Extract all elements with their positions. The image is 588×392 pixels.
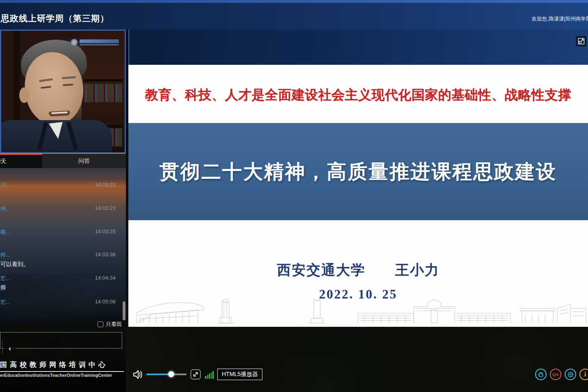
chat-username: 川... bbox=[0, 182, 10, 189]
slide-author: 西安交通大学 王小力 bbox=[128, 261, 588, 280]
chat-message-row: 南... 14:03:25 bbox=[0, 228, 123, 236]
presenter-ear bbox=[19, 87, 29, 103]
presenter-video bbox=[0, 30, 126, 154]
tab-qa[interactable]: 问答 bbox=[42, 154, 126, 168]
chat-input[interactable] bbox=[0, 332, 122, 349]
info-icon[interactable]: i bbox=[579, 369, 588, 380]
chat-message-row: 艺... 14:05:08 bbox=[0, 299, 123, 306]
slide-header-band bbox=[128, 30, 588, 65]
chat-message-row: 川... 14:03:22 bbox=[0, 182, 123, 189]
slide-banner: 贯彻二十大精神，高质量推进课程思政建设 bbox=[128, 123, 588, 220]
chat-message-row: 师... 14:03:38 bbox=[0, 251, 123, 259]
chat-timestamp: 14:03:38 bbox=[95, 251, 116, 258]
slide-main-title: 贯彻二十大精神，高质量推进课程思政建设 bbox=[160, 159, 557, 185]
chat-scrollbar[interactable] bbox=[123, 301, 125, 320]
tab-chat-label: 聊天 bbox=[0, 158, 7, 165]
top-bar: 思政线上研学周（第三期） 欢迎您,路潇潇[郑州商学院 bbox=[0, 0, 588, 30]
settings-gear-icon[interactable] bbox=[565, 369, 576, 380]
volume-slider-handle[interactable] bbox=[168, 371, 174, 377]
chat-message-text: 师 bbox=[0, 284, 6, 292]
chat-timestamp: 14:03:22 bbox=[95, 182, 116, 188]
chat-username: 南... bbox=[0, 228, 10, 236]
network-signal-icon bbox=[205, 371, 214, 379]
chat-message-row: 州... 14:03:23 bbox=[0, 205, 123, 212]
tab-chat[interactable]: 聊天 bbox=[0, 154, 42, 168]
chat-username: 艺... bbox=[0, 299, 10, 306]
watermark-text-blur bbox=[80, 39, 119, 46]
sidebar-tabbar: 聊天 问答 bbox=[0, 154, 126, 168]
info-icon-label: i bbox=[584, 370, 586, 378]
qa-icon-label: QA bbox=[552, 372, 558, 377]
chat-timestamp: 14:04:34 bbox=[95, 275, 116, 281]
raise-hand-icon[interactable] bbox=[535, 369, 547, 380]
campus-buildings-sketch bbox=[128, 299, 588, 327]
logo-chinese-text: 国高校教师网络培训中心 bbox=[0, 360, 124, 372]
presentation-slide: 教育、科技、人才是全面建设社会主义现代化国家的基础性、战略性支撑 贯彻二十大精神… bbox=[128, 65, 588, 327]
tab-qa-label: 问答 bbox=[78, 157, 90, 165]
divider bbox=[2, 340, 2, 353]
fullscreen-icon[interactable] bbox=[576, 36, 586, 46]
training-center-logo: 国高校教师网络培训中心 erEducationInstitutionsTeach… bbox=[0, 360, 124, 378]
main-area: 教育、科技、人才是全面建设社会主义现代化国家的基础性、战略性支撑 贯彻二十大精神… bbox=[128, 30, 588, 392]
chat-message-row: 艺... 14:04:34 bbox=[0, 275, 123, 282]
chat-timestamp: 14:03:25 bbox=[95, 228, 116, 235]
collapse-sidebar-button[interactable]: ‹ bbox=[4, 343, 16, 354]
app-root: 思政线上研学周（第三期） 欢迎您,路潇潇[郑州商学院 bbox=[0, 0, 588, 392]
chat-username: 师... bbox=[0, 251, 10, 259]
chat-username: 艺... bbox=[0, 275, 10, 282]
video-watermark-logo bbox=[71, 37, 119, 47]
only-me-filter[interactable]: 只看我 bbox=[98, 321, 122, 328]
only-me-checkbox[interactable] bbox=[98, 321, 103, 327]
sidebar: 聊天 问答 川... 14:03:22 州... 14:03:23 南... 1… bbox=[0, 30, 126, 392]
chat-username: 州... bbox=[0, 205, 10, 212]
chat-message-text: 可以看到。 bbox=[0, 261, 29, 268]
volume-icon[interactable] bbox=[132, 369, 143, 382]
chat-timestamp: 14:05:08 bbox=[95, 299, 116, 305]
volume-slider[interactable] bbox=[146, 374, 187, 375]
switch-line-icon[interactable] bbox=[191, 369, 201, 379]
presenter bbox=[1, 31, 125, 153]
only-me-label: 只看我 bbox=[106, 321, 122, 328]
player-type-badge[interactable]: HTML5播放器 bbox=[217, 369, 262, 380]
logo-english-text: erEducationInstitutionsTeacherOnlineTrai… bbox=[0, 373, 124, 378]
qa-icon[interactable]: QA bbox=[550, 369, 561, 380]
course-title: 思政线上研学周（第三期） bbox=[1, 13, 109, 24]
chat-timestamp: 14:03:23 bbox=[95, 205, 116, 211]
watermark-emblem-icon bbox=[71, 39, 78, 46]
chat-panel: 川... 14:03:22 州... 14:03:23 南... 14:03:2… bbox=[0, 168, 126, 392]
top-bar-highlight-strip bbox=[0, 0, 588, 3]
slide-top-title: 教育、科技、人才是全面建设社会主义现代化国家的基础性、战略性支撑 bbox=[128, 86, 588, 104]
welcome-user-text: 欢迎您,路潇潇[郑州商学院 bbox=[532, 16, 588, 23]
volume-slider-fill bbox=[146, 374, 171, 375]
